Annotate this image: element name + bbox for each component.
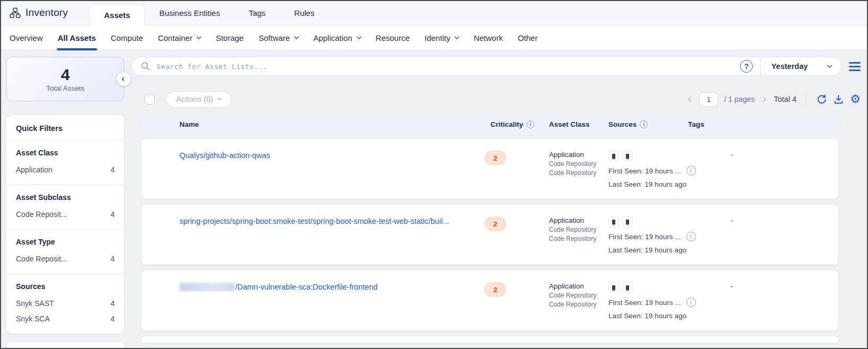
filter-item-application[interactable]: Application 4 [16,164,115,176]
chevron-right-icon [761,97,766,102]
criticality-badge[interactable]: 2 [484,151,506,165]
subnav-overview[interactable]: Overview [10,25,43,50]
tags-value: - [688,139,838,159]
info-icon[interactable] [686,298,696,307]
chevron-down-icon [827,63,832,68]
subnav-network[interactable]: Network [474,25,503,50]
source-icons [608,282,688,293]
total-records-label: Total 4 [774,95,797,103]
source-icon[interactable] [608,282,619,293]
tab-business-entities[interactable]: Business Entities [145,1,234,25]
filter-group-title: Asset Type [16,238,115,246]
column-label: Sources [608,120,637,128]
filter-group-sources: Sources Snyk SAST 4 Snyk SCA 4 [6,274,124,334]
column-header-tags[interactable]: Tags [688,120,838,128]
column-label: Name [179,120,199,128]
table-row[interactable]: /Damn-vulnerable-sca:Dockerfile-frontend… [141,271,838,330]
asset-subclass-value: Code Repository [549,160,608,168]
search-input[interactable] [157,63,734,71]
criticality-badge[interactable]: 2 [484,282,506,297]
main-panel: Yesterday Actions (0) [132,57,861,348]
filter-label: Code Reposit... [16,210,67,219]
subnav-resource[interactable]: Resource [376,25,410,50]
refresh-icon[interactable] [816,94,827,105]
source-icon[interactable] [622,151,633,161]
subnav-label: Identity [425,33,450,42]
settings-gear-icon[interactable]: ⚙ [850,93,861,105]
column-header-asset-class[interactable]: Asset Class [544,120,608,128]
sidebar-collapse-button[interactable] [117,72,131,86]
subnav-software[interactable]: Software [259,25,298,50]
tab-label: Assets [104,11,130,20]
search-field-area[interactable] [132,60,760,73]
asset-name-link[interactable]: spring-projects/spring-boot:smoke-test/s… [179,217,449,225]
download-icon[interactable] [833,94,844,105]
first-seen-label: First Seen: 19 hours ... [608,233,681,241]
header-tabs: Assets Business Entities Tags Rules [89,1,329,25]
source-icon[interactable] [608,216,619,227]
info-icon[interactable] [527,120,535,128]
search-icon [141,62,150,71]
app-branding: Inventory [10,1,89,25]
asset-class-value: Application [549,282,608,290]
filter-group-title: Asset Class [16,149,115,157]
filter-label: Snyk SCA [16,315,50,323]
subnav-identity[interactable]: Identity [425,25,459,50]
app-window: Inventory Assets Business Entities Tags … [0,0,868,349]
total-assets-count: 4 [61,66,70,83]
subnav-label: Resource [376,33,410,42]
info-icon[interactable] [686,166,696,176]
subnav-other[interactable]: Other [518,25,538,50]
filter-group-asset-subclass: Asset Subclass Code Reposit... 4 [6,185,124,230]
filter-count: 4 [110,299,115,308]
tags-value: - [688,271,838,291]
filter-item-code-repository[interactable]: Code Reposit... 4 [16,253,115,265]
chevron-down-icon [356,34,362,39]
table-row[interactable]: spring-projects/spring-boot:smoke-test/s… [141,205,838,265]
help-icon[interactable] [740,60,753,73]
subnav-container[interactable]: Container [158,25,201,50]
pages-total-label: / 1 pages [724,95,755,103]
time-range-dropdown[interactable]: Yesterday [760,57,841,75]
column-header-name[interactable]: Name [141,120,484,128]
prev-page-button[interactable] [687,97,693,102]
filter-item-snyk-sast[interactable]: Snyk SAST 4 [16,298,115,309]
subnav-label: Software [259,33,290,42]
menu-icon[interactable] [849,62,861,71]
asset-name-link[interactable]: Qualys/github-action-qwas [179,151,270,160]
source-icon[interactable] [608,151,619,161]
pagination-cluster: 1 / 1 pages Total 4 [687,92,861,107]
quick-filters-panel: Quick Filters Asset Class Application 4 … [6,115,124,334]
tab-tags[interactable]: Tags [234,1,280,25]
column-label: Tags [688,120,704,128]
table-row[interactable]: Qualys/github-action-qwas 2 Application … [141,139,838,199]
subnav-application[interactable]: Application [313,25,360,50]
actions-button[interactable]: Actions (0) [166,91,231,108]
subnav-storage[interactable]: Storage [216,25,244,50]
filter-item-code-repository[interactable]: Code Reposit... 4 [16,208,115,220]
criticality-badge[interactable]: 2 [484,216,506,231]
info-icon[interactable] [686,232,696,241]
subnav-compute[interactable]: Compute [111,25,143,50]
page-number-box[interactable]: 1 [699,92,718,107]
tab-rules[interactable]: Rules [280,1,329,25]
asset-name-link[interactable]: /Damn-vulnerable-sca:Dockerfile-frontend [235,283,377,291]
column-header-sources[interactable]: Sources [608,120,688,128]
tab-assets[interactable]: Assets [89,4,145,25]
source-icon[interactable] [622,282,633,293]
info-icon[interactable] [640,120,648,128]
chevron-left-icon [122,77,126,81]
column-header-criticality[interactable]: Criticality [484,120,544,128]
select-all-checkbox[interactable] [144,94,154,104]
subnav-label: All Assets [58,33,96,42]
total-assets-card[interactable]: 4 Total Assets [6,57,124,101]
redacted-text-blur [179,283,235,292]
source-icon[interactable] [622,216,633,227]
column-label: Criticality [491,120,523,128]
filter-item-snyk-sca[interactable]: Snyk SCA 4 [16,313,115,325]
asset-type-value: Code Repository [549,169,608,177]
table-row-partial[interactable] [141,336,838,343]
filter-label: Code Reposit... [16,255,67,263]
subnav-all-assets[interactable]: All Assets [58,25,96,50]
next-page-button[interactable] [761,97,767,102]
